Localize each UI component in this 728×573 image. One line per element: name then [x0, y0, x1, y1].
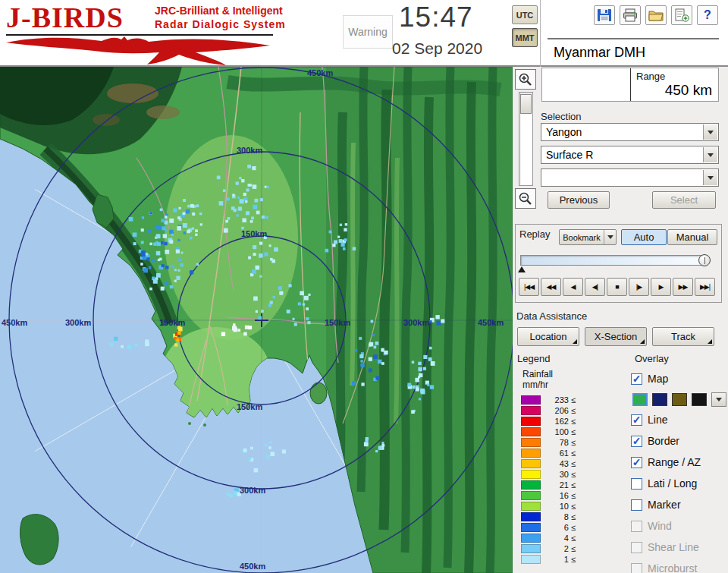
playback-button[interactable]: ◀| [585, 278, 605, 296]
bookmark-button[interactable]: Bookmark [559, 229, 617, 245]
chevron-down-icon[interactable] [703, 170, 717, 185]
radar-map[interactable]: 450km 300km 150km 150km 300km 450km 450k… [0, 67, 513, 573]
export-button[interactable] [671, 5, 692, 25]
chevron-down-icon[interactable] [604, 230, 616, 244]
selection-label: Selection [541, 111, 581, 122]
zoom-out-button[interactable] [515, 188, 536, 209]
legend-value: 43 ≤ [541, 459, 576, 468]
extra-dropdown[interactable] [541, 168, 719, 187]
mmt-button[interactable]: MMT [512, 28, 538, 47]
checkbox[interactable]: ✓ [631, 436, 642, 447]
legend-value: 21 ≤ [541, 480, 576, 490]
auto-mode-button[interactable]: Auto [621, 229, 667, 245]
playback-button[interactable]: |◀◀ [519, 278, 539, 296]
magnifier-minus-icon [518, 191, 533, 206]
map-swatch[interactable] [632, 393, 648, 406]
save-button[interactable] [594, 5, 615, 25]
legend-row: 8 ≤ [521, 512, 576, 522]
range-value: 450 km [635, 82, 712, 99]
magnifier-plus-icon [518, 72, 533, 87]
swatch-dropdown-button[interactable] [711, 392, 726, 407]
checkbox[interactable]: ✓ [631, 457, 642, 468]
legend-scale: 233 ≤206 ≤162 ≤100 ≤78 ≤61 ≤43 ≤30 ≤21 ≤… [521, 395, 576, 565]
utc-button[interactable]: UTC [512, 5, 538, 24]
overlay-item-map: ✓Map [631, 370, 726, 387]
overlay-item-label: Shear Line [648, 541, 699, 553]
legend-color-bar [521, 555, 541, 564]
previous-button[interactable]: Previous [548, 191, 610, 209]
replay-timeline-thumb[interactable] [698, 254, 711, 266]
legend-row: 2 ≤ [521, 543, 576, 554]
overlay-item-marker: Marker [631, 496, 726, 513]
warning-indicator[interactable]: Warning [343, 15, 393, 49]
playback-button[interactable]: ▶▶ [673, 278, 693, 296]
open-folder-button[interactable] [645, 5, 667, 25]
range-ring-label: 150km [237, 402, 262, 411]
assist-track-button[interactable]: Track [652, 327, 714, 346]
map-swatch[interactable] [672, 393, 687, 406]
legend-row: 43 ≤ [521, 458, 576, 469]
site-dropdown-value: Yangon [546, 126, 582, 138]
playback-button[interactable]: ■ [607, 278, 627, 296]
legend-value: 8 ≤ [541, 512, 576, 521]
legend-color-bar [521, 491, 541, 500]
chevron-down-icon[interactable] [703, 124, 717, 140]
overlay-item-label: Range / AZ [648, 456, 701, 468]
menu-corner-icon [708, 339, 712, 344]
logo-tagline-1: JRC-Brilliant & Intelligent [155, 5, 283, 17]
help-button[interactable]: ? [697, 5, 718, 25]
overlay-options: ✓Map✓Line✓Border✓Range / AZLati / LongMa… [631, 370, 726, 573]
legend-row: 1 ≤ [521, 554, 576, 565]
zoom-in-button[interactable] [515, 69, 536, 90]
zoom-slider-thumb[interactable] [520, 94, 532, 114]
zoom-slider-track[interactable] [519, 92, 533, 186]
print-button[interactable] [620, 5, 641, 25]
legend-row: 10 ≤ [521, 501, 576, 512]
checkbox [631, 521, 642, 532]
chevron-down-icon[interactable] [703, 147, 717, 162]
data-assistance-buttons: LocationX-SectionTrack [517, 327, 714, 346]
legend-value: 6 ≤ [541, 523, 576, 532]
assist-x-section-button[interactable]: X-Section [585, 327, 647, 346]
site-dropdown[interactable]: Yangon [541, 123, 719, 141]
legend-color-bar [521, 512, 541, 521]
playback-button[interactable]: ▶▶| [695, 278, 715, 296]
product-dropdown[interactable]: Surface R [541, 146, 719, 164]
checkbox[interactable] [631, 478, 642, 490]
playback-button[interactable]: ▶ [651, 278, 671, 296]
overlay-item-line: ✓Line [631, 411, 726, 428]
legend-color-bar [521, 459, 541, 468]
legend-row: 233 ≤ [521, 395, 576, 405]
logo-text: J-BIRDS [6, 0, 124, 35]
legend-row: 21 ≤ [521, 480, 576, 490]
assist-location-button[interactable]: Location [517, 327, 579, 346]
map-swatch[interactable] [652, 393, 667, 406]
print-icon [623, 8, 638, 22]
legend-value: 233 ≤ [541, 395, 576, 405]
timeline-start-marker [518, 266, 526, 272]
logo-tagline-2: Radar Dialogic System [155, 18, 286, 30]
legend-color-bar [521, 438, 541, 447]
legend-row: 61 ≤ [521, 448, 576, 458]
checkbox[interactable]: ✓ [631, 414, 642, 426]
help-icon: ? [704, 8, 711, 22]
legend-color-bar [521, 417, 541, 426]
range-ring-label: 450km [307, 68, 333, 77]
playback-button[interactable]: ◀ [563, 278, 583, 296]
range-ring-label: 300km [237, 146, 262, 155]
overlay-label: Overlay [635, 353, 669, 364]
playback-button[interactable]: ◀◀ [541, 278, 561, 296]
range-ring-label: 300km [65, 318, 91, 327]
replay-timeline-track[interactable] [520, 255, 707, 266]
legend-color-bar [521, 523, 541, 532]
checkbox[interactable] [631, 499, 642, 511]
checkbox[interactable]: ✓ [631, 373, 642, 385]
select-button[interactable]: Select [652, 191, 716, 209]
legend-row: 100 ≤ [521, 427, 576, 437]
range-display: Range 450 km [541, 68, 719, 102]
legend-row: 162 ≤ [521, 416, 576, 427]
legend-value: 78 ≤ [541, 438, 576, 447]
playback-button[interactable]: |▶ [629, 278, 649, 296]
manual-mode-button[interactable]: Manual [667, 229, 717, 245]
map-swatch[interactable] [692, 393, 707, 406]
